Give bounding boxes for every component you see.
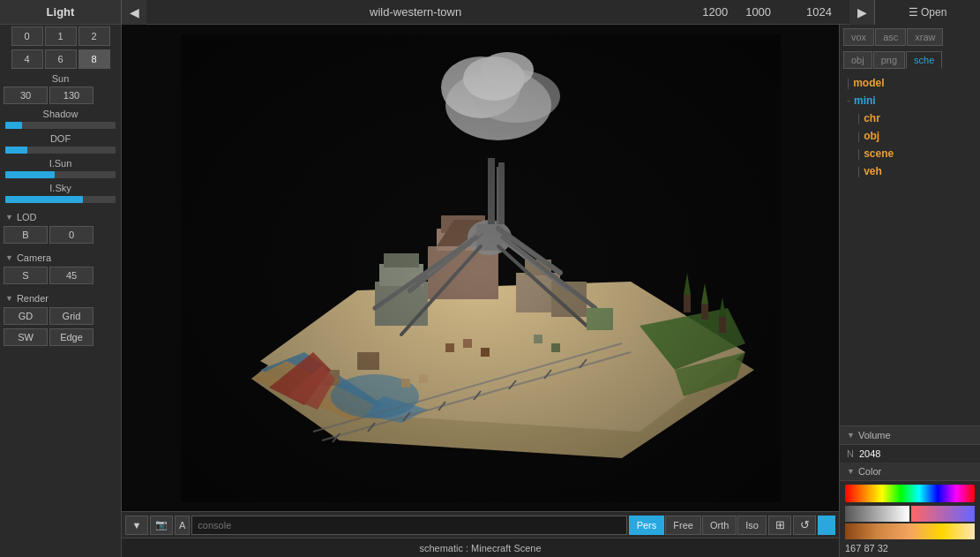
volume-label: Volume [858, 430, 891, 440]
color-indicator [818, 516, 835, 535]
open-button[interactable]: ☰ Open [874, 0, 980, 25]
tab-png[interactable]: png [873, 51, 905, 69]
tree-label-model: model [853, 77, 884, 89]
left-sidebar: 0 1 2 4 6 8 Sun 30 130 Shadow DOF [0, 25, 122, 557]
tree-item-obj[interactable]: | obj [843, 127, 976, 145]
sun-values: 30 130 [0, 85, 121, 106]
tree-connector-mini: - [847, 94, 850, 107]
i-sun-slider[interactable] [5, 171, 116, 178]
volume-row: N 2048 [840, 445, 980, 463]
tree-item-chr[interactable]: | chr [843, 109, 976, 127]
color-sub-row [845, 506, 975, 522]
i-sky-slider[interactable] [5, 196, 116, 203]
minecraft-scene-svg [181, 34, 781, 502]
free-button[interactable]: Free [665, 516, 701, 535]
tab-row-1: 0 1 2 [0, 25, 121, 48]
status-bar: schematic : Minecraft Scene [122, 538, 839, 557]
camera-icon: 📷 [155, 519, 168, 531]
format-tabs-row1: vox asc xraw [840, 25, 980, 48]
dof-slider[interactable] [5, 147, 116, 154]
refresh-button[interactable]: ↺ [793, 516, 816, 535]
shadow-label: Shadow [0, 106, 121, 120]
camera-button[interactable]: 📷 [150, 516, 173, 535]
dim-w: 1200 [702, 5, 728, 19]
tab-2[interactable]: 2 [79, 26, 110, 46]
color-label: Color [858, 466, 881, 477]
dimensions: 1200 1000 [685, 0, 789, 24]
tab-vox[interactable]: vox [843, 28, 874, 46]
sun-val1[interactable]: 30 [4, 87, 48, 104]
dim-z-area: 1024 [789, 0, 849, 24]
color-sub-hue[interactable] [911, 506, 976, 522]
shadow-slider-fill [5, 122, 22, 129]
lod-b[interactable]: B [4, 226, 48, 244]
tree-item-scene[interactable]: | scene [843, 145, 976, 162]
volume-chevron: ▼ [847, 431, 855, 440]
dof-slider-fill [5, 147, 27, 154]
tree-connector-scene: | [857, 147, 860, 160]
sun-label: Sun [0, 71, 121, 85]
grid-view-button[interactable]: ⊞ [768, 516, 791, 535]
dof-slider-container [0, 145, 121, 155]
next-button[interactable]: ▶ [849, 0, 874, 25]
color-rainbow-bar[interactable] [845, 485, 975, 502]
tab-8[interactable]: 8 [79, 49, 110, 69]
tree-connector-veh: | [857, 165, 860, 177]
camera-collapsible[interactable]: ▼ Camera [0, 251, 121, 265]
prev-button[interactable]: ◀ [122, 0, 146, 25]
tree-label-chr: chr [864, 112, 880, 124]
dof-label: DOF [0, 131, 121, 145]
camera-label: Camera [17, 252, 51, 263]
tab-4[interactable]: 4 [11, 49, 43, 69]
lod-val[interactable]: 0 [49, 226, 94, 244]
grid-btn[interactable]: Grid [49, 307, 94, 325]
console-input[interactable] [191, 516, 626, 535]
sun-val2[interactable]: 130 [49, 87, 94, 104]
i-sky-label: I.Sky [0, 180, 121, 194]
render-chevron: ▼ [5, 294, 13, 303]
lod-collapsible[interactable]: ▼ LOD [0, 210, 121, 224]
render-collapsible[interactable]: ▼ Render [0, 291, 121, 305]
tree-item-mini[interactable]: - mini [843, 92, 976, 109]
orth-button[interactable]: Orth [702, 516, 737, 535]
bottom-toolbar: ▼ 📷 A Pers Free Orth Iso ⊞ ↺ [122, 511, 839, 538]
tree-label-mini: mini [854, 94, 876, 107]
shadow-slider[interactable] [5, 122, 116, 129]
center-area: ▼ 📷 A Pers Free Orth Iso ⊞ ↺ schemat [122, 25, 839, 557]
lod-chevron: ▼ [5, 213, 13, 222]
camera-chevron: ▼ [5, 253, 13, 262]
edge-btn[interactable]: Edge [49, 328, 94, 346]
camera-s[interactable]: S [4, 267, 48, 284]
tree-label-veh: veh [864, 165, 882, 177]
i-sun-slider-container [0, 169, 121, 180]
status-text: schematic : Minecraft Scene [419, 543, 541, 553]
pers-button[interactable]: Pers [629, 516, 665, 535]
tree-item-model[interactable]: | model [843, 74, 976, 92]
color-sub-white[interactable] [845, 506, 909, 522]
tab-0[interactable]: 0 [11, 26, 43, 46]
volume-header: ▼ Volume [840, 426, 980, 445]
top-left-label: Light [0, 0, 122, 24]
color-warm-bar[interactable] [845, 523, 975, 539]
gd-btn[interactable]: GD [4, 307, 48, 325]
tab-obj[interactable]: obj [843, 51, 872, 69]
sw-btn[interactable]: SW [4, 328, 48, 346]
right-panel: vox asc xraw obj png sche | model - mini… [839, 25, 980, 557]
tab-sche[interactable]: sche [906, 51, 942, 69]
tab-xraw[interactable]: xraw [907, 28, 943, 46]
tab-6[interactable]: 6 [45, 49, 77, 69]
collapse-button[interactable]: ▼ [125, 516, 148, 535]
grid-icon: ⊞ [775, 518, 785, 531]
render-label: Render [17, 293, 49, 304]
camera-val[interactable]: 45 [49, 267, 94, 284]
a-button[interactable]: A [175, 516, 190, 535]
iso-button[interactable]: Iso [737, 516, 767, 535]
tab-1[interactable]: 1 [45, 26, 77, 46]
top-bar: Light ◀ wild-western-town 1200 1000 1024… [0, 0, 980, 25]
tree-item-veh[interactable]: | veh [843, 162, 976, 180]
main-area: 0 1 2 4 6 8 Sun 30 130 Shadow DOF [0, 25, 980, 557]
scene-name: wild-western-town [146, 0, 685, 24]
view-mode-group: Pers Free Orth Iso [629, 516, 767, 535]
tab-asc[interactable]: asc [875, 28, 906, 46]
tree-connector-chr: | [857, 112, 860, 124]
